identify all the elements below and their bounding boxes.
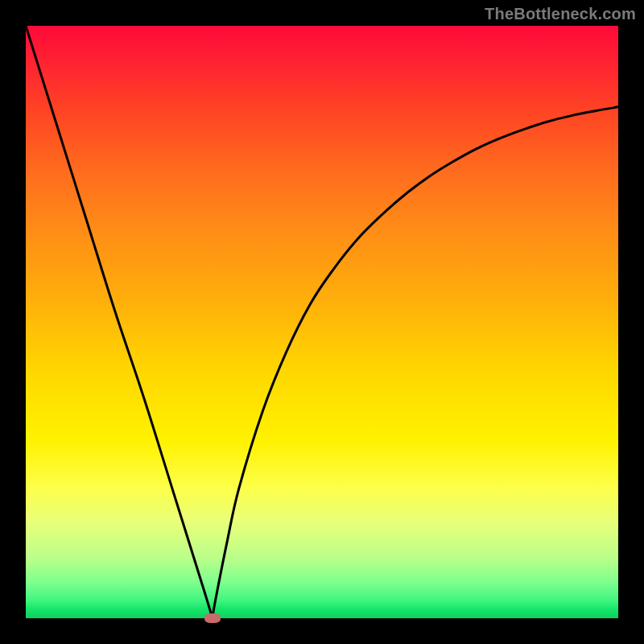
watermark-text: TheBottleneck.com [485,5,636,23]
curve-left-branch [26,26,213,618]
curve-layer [26,26,618,618]
minimum-marker [204,613,221,623]
plot-area [26,26,618,618]
chart-frame: TheBottleneck.com [0,0,644,644]
curve-right-branch [213,107,618,618]
